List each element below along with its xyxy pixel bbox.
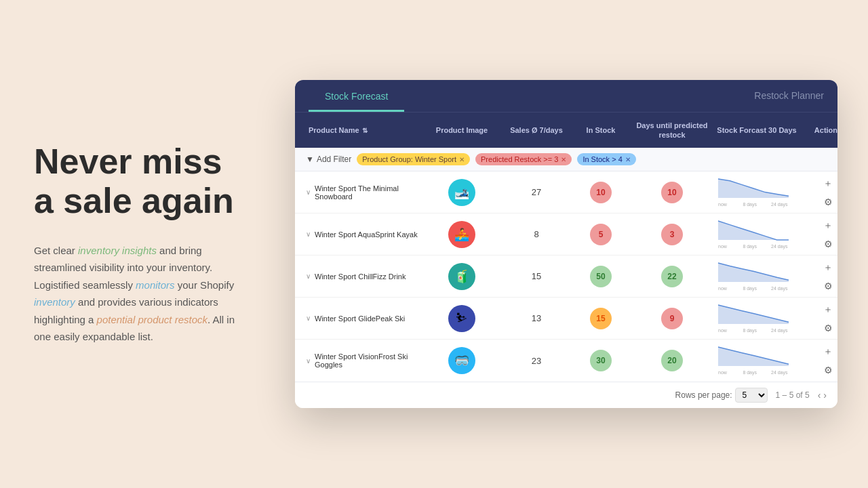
svg-text:8 days: 8 days <box>743 328 757 333</box>
highlight-inventory: inventory <box>34 296 75 308</box>
table-row: ∨ Winter Sport AquaSprint Kayak 🚣 8 5 3 … <box>295 214 837 256</box>
svg-text:now: now <box>718 244 728 249</box>
svg-text:now: now <box>718 202 728 207</box>
filter-close-icon[interactable]: ✕ <box>561 156 566 163</box>
add-action-button[interactable]: ＋ <box>822 218 834 233</box>
in-stock-badge: 10 <box>590 182 612 203</box>
col-stock-forecast: Stock Forcast 30 Days <box>713 118 801 143</box>
table-row: ∨ Winter Sport VisionFrost Ski Goggles 🥽… <box>295 340 837 382</box>
settings-action-button[interactable]: ⚙ <box>823 363 834 377</box>
svg-text:8 days: 8 days <box>743 244 757 249</box>
svg-text:24 days: 24 days <box>771 370 788 375</box>
in-stock-badge: 5 <box>590 224 612 245</box>
app-window: Stock Forecast Restock Planner Product N… <box>295 80 837 409</box>
headline: Never miss a sale again <box>34 142 251 220</box>
expand-arrow[interactable]: ∨ <box>306 357 311 365</box>
in-stock-badge: 50 <box>590 266 612 287</box>
expand-arrow[interactable]: ∨ <box>306 230 311 238</box>
highlight-monitors: monitors <box>136 279 175 291</box>
settings-action-button[interactable]: ⚙ <box>823 195 834 209</box>
days-restock-cell: 20 <box>631 350 713 371</box>
add-action-button[interactable]: ＋ <box>822 176 834 191</box>
actions-cell: ＋ ⚙ <box>801 260 837 293</box>
settings-action-button[interactable]: ⚙ <box>823 279 834 293</box>
col-actions: Actions <box>801 118 837 143</box>
chart-cell: now 8 days 24 days <box>713 301 801 336</box>
svg-text:24 days: 24 days <box>771 328 788 333</box>
expand-arrow[interactable]: ∨ <box>306 272 311 280</box>
tab-restock-planner[interactable]: Restock Planner <box>727 80 824 112</box>
rows-per-page: Rows per page: 5 10 25 <box>675 388 768 403</box>
next-page-button[interactable]: › <box>823 390 827 401</box>
product-avatar: 🚣 <box>448 221 475 248</box>
svg-text:now: now <box>718 286 728 291</box>
table-body: ∨ Winter Sport The Minimal Snowboard 🎿 2… <box>295 171 837 382</box>
filter-bar: ▼ Add Filter Product Group: Winter Sport… <box>295 148 837 171</box>
rows-per-page-label: Rows per page: <box>675 390 732 400</box>
product-avatar: 🧃 <box>448 263 475 290</box>
days-restock-badge: 22 <box>661 266 683 287</box>
filter-chip-predicted-restock[interactable]: Predicted Restock >= 3 ✕ <box>475 153 572 165</box>
sales-cell: 8 <box>502 229 570 239</box>
filter-icon: ▼ <box>306 155 314 164</box>
expand-arrow[interactable]: ∨ <box>306 314 311 322</box>
product-name: Winter Sport ChillFizz Drink <box>315 272 406 281</box>
chart-cell: now 8 days 24 days <box>713 217 801 252</box>
sales-cell: 27 <box>502 187 570 197</box>
pagination-info: 1 – 5 of 5 <box>776 390 810 400</box>
product-name: Winter Sport AquaSprint Kayak <box>315 230 418 239</box>
col-days-restock: Days until predicted restock <box>631 118 713 143</box>
table-row: ∨ Winter Sport GlidePeak Ski ⛷ 13 15 9 n… <box>295 298 837 340</box>
expand-arrow[interactable]: ∨ <box>306 188 311 196</box>
settings-action-button[interactable]: ⚙ <box>823 321 834 335</box>
filter-chip-product-group[interactable]: Product Group: Winter Sport ✕ <box>357 153 470 165</box>
days-restock-badge: 3 <box>661 224 683 245</box>
actions-cell: ＋ ⚙ <box>801 176 837 209</box>
days-restock-cell: 3 <box>631 224 713 245</box>
days-restock-cell: 10 <box>631 182 713 203</box>
pagination-arrows: ‹ › <box>818 390 827 401</box>
in-stock-badge: 15 <box>590 308 612 329</box>
add-action-button[interactable]: ＋ <box>822 302 834 317</box>
days-restock-badge: 10 <box>661 182 683 203</box>
rows-per-page-select[interactable]: 5 10 25 <box>735 388 768 403</box>
product-name-cell: ∨ Winter Sport VisionFrost Ski Goggles <box>306 352 421 369</box>
chart-cell: now 8 days 24 days <box>713 175 801 210</box>
col-product-name: Product Name ⇅ <box>306 118 421 143</box>
actions-cell: ＋ ⚙ <box>801 218 837 251</box>
right-panel: Stock Forecast Restock Planner Product N… <box>285 66 868 422</box>
filter-close-icon[interactable]: ✕ <box>459 156 465 163</box>
prev-page-button[interactable]: ‹ <box>818 390 821 401</box>
tab-stock-forecast[interactable]: Stock Forecast <box>309 80 404 112</box>
product-image-cell: 🥽 <box>421 347 502 374</box>
product-name-cell: ∨ Winter Sport GlidePeak Ski <box>306 314 421 323</box>
in-stock-cell: 10 <box>570 182 631 203</box>
settings-action-button[interactable]: ⚙ <box>823 237 834 251</box>
product-image-cell: 🧃 <box>421 263 502 290</box>
in-stock-cell: 50 <box>570 266 631 287</box>
col-sales: Sales Ø 7/days <box>502 118 570 143</box>
highlight-restock: potential product restock <box>97 314 208 325</box>
table-footer: Rows per page: 5 10 25 1 – 5 of 5 ‹ › <box>295 382 837 408</box>
description: Get clear inventory insights and bring s… <box>34 242 251 346</box>
filter-chip-in-stock[interactable]: In Stock > 4 ✕ <box>577 153 635 165</box>
days-restock-cell: 22 <box>631 266 713 287</box>
highlight-inventory-insights: inventory insights <box>78 245 157 256</box>
svg-text:now: now <box>718 328 728 333</box>
chart-cell: now 8 days 24 days <box>713 343 801 378</box>
actions-cell: ＋ ⚙ <box>801 344 837 377</box>
left-panel: Never miss a sale again Get clear invent… <box>0 102 285 386</box>
add-action-button[interactable]: ＋ <box>822 344 834 359</box>
product-avatar: ⛷ <box>448 305 475 332</box>
filter-close-icon[interactable]: ✕ <box>625 156 631 163</box>
actions-cell: ＋ ⚙ <box>801 302 837 335</box>
svg-text:24 days: 24 days <box>771 202 788 207</box>
add-action-button[interactable]: ＋ <box>822 260 834 275</box>
product-avatar: 🎿 <box>448 179 475 206</box>
col-in-stock: In Stock <box>570 118 631 143</box>
days-restock-cell: 9 <box>631 308 713 329</box>
table-row: ∨ Winter Sport The Minimal Snowboard 🎿 2… <box>295 171 837 214</box>
svg-text:8 days: 8 days <box>743 370 757 375</box>
add-filter-button[interactable]: ▼ Add Filter <box>306 155 351 164</box>
svg-text:24 days: 24 days <box>771 286 788 291</box>
